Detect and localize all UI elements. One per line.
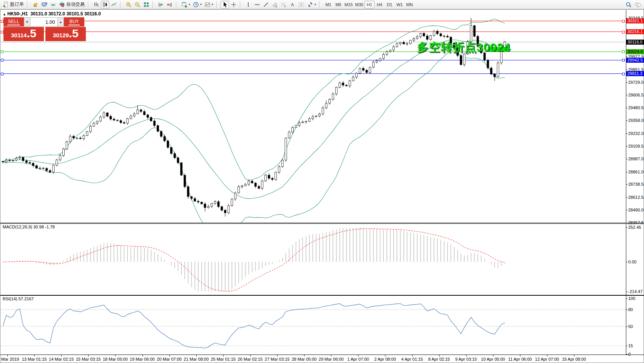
candle-body (315, 116, 317, 117)
candle-body (15, 158, 17, 160)
macd-pane[interactable] (0, 224, 626, 295)
timeframe-m1[interactable]: M1 (323, 1, 333, 8)
candle-body (171, 147, 172, 153)
fibonacci-button[interactable]: F (279, 1, 288, 8)
collapse-arrow-icon[interactable]: ▲ (3, 12, 6, 16)
ohlc-values: 30131.0 30172.0 30101.5 30116.0 (30, 11, 101, 17)
zoom-out-icon (134, 2, 141, 8)
timeframe-w1[interactable]: W1 (395, 1, 405, 8)
vertical-line-button[interactable] (244, 1, 253, 8)
chart-header: ▲HK50-,H1 30131.0 30172.0 30101.5 30116.… (3, 11, 101, 17)
zoom-in-button[interactable] (124, 1, 133, 8)
equidistant-channel-button[interactable]: E (271, 1, 279, 8)
candle-body (339, 83, 341, 87)
candle-body (147, 115, 149, 118)
auto-scroll-button[interactable] (157, 1, 165, 8)
time-tick (115, 355, 115, 356)
bollinger-lower-band (3, 50, 505, 223)
signals-button[interactable] (49, 1, 57, 8)
candle-body (312, 117, 314, 118)
chat-button[interactable] (633, 1, 642, 8)
candle-body (63, 149, 65, 155)
candle-body (400, 42, 401, 44)
tile-windows-button[interactable] (142, 1, 151, 8)
bar-chart-button[interactable] (92, 1, 100, 8)
candle-body (106, 113, 108, 116)
line-chart-button[interactable] (110, 1, 118, 8)
timeframe-m5[interactable]: M5 (333, 1, 343, 8)
horizontal-line-button[interactable] (253, 1, 261, 8)
zoom-out-button[interactable] (133, 1, 142, 8)
candle-body (389, 50, 391, 52)
pane-separator[interactable] (0, 223, 644, 224)
search-button[interactable] (624, 1, 633, 8)
timeframe-h4[interactable]: H4 (375, 1, 385, 8)
new-order-button[interactable]: 新订单 (2, 1, 25, 8)
new-order-label: 新订单 (10, 1, 24, 8)
periods-button[interactable]: ▾ (192, 1, 203, 8)
annotation-text[interactable]: 多空转折点30024 (417, 40, 510, 55)
candle-body (29, 162, 31, 163)
text-button[interactable]: A (288, 1, 297, 8)
rsi-pane[interactable] (0, 296, 626, 355)
timeframe-mn[interactable]: MN (405, 1, 415, 8)
chart-window[interactable]: ▲HK50-,H1 30131.0 30172.0 30101.5 30116.… (0, 9, 644, 363)
candle-body (150, 117, 152, 121)
clock-icon (193, 2, 199, 8)
timeframe-d1[interactable]: D1 (385, 1, 395, 8)
support-line-1-price-label: 29942.5 (626, 58, 644, 63)
macd-tick-label: 0.00 (628, 260, 636, 264)
candle-body (487, 60, 489, 68)
tile-windows-icon (143, 2, 149, 8)
candle-body (497, 63, 499, 77)
candle-body (319, 114, 321, 116)
new-chart-button[interactable]: ▾ (180, 1, 191, 8)
candle-body (56, 160, 58, 165)
pane-separator[interactable] (0, 295, 644, 296)
main-chart-pane[interactable] (0, 10, 626, 223)
cursor-button[interactable] (221, 1, 229, 8)
volume-decrease-button[interactable]: ▼ (24, 17, 30, 27)
sell-button[interactable]: SELL (3, 17, 24, 27)
templates-button[interactable]: ▾ (203, 1, 214, 8)
time-tick (169, 355, 170, 356)
channel-icon: E (272, 2, 278, 8)
candle-body (359, 68, 361, 73)
text-label-button[interactable]: T (297, 1, 306, 8)
resistance-line-1-price-label: 30321.1 (626, 18, 644, 23)
time-tick (493, 355, 493, 356)
candle-body (120, 121, 122, 123)
macd-tick-label: -214.47 (628, 289, 642, 294)
candle-body (76, 138, 78, 138)
volume-input[interactable] (30, 17, 57, 27)
candle-body (325, 103, 327, 108)
market-watch-button[interactable] (40, 1, 49, 8)
timeframe-h1[interactable]: H1 (365, 1, 375, 8)
volume-increase-button[interactable]: ▲ (57, 17, 64, 27)
vertical-line-icon (246, 2, 251, 8)
candle-body (66, 142, 68, 149)
candle-body (59, 155, 61, 160)
time-label: 15 Apr 08:00 (557, 357, 591, 361)
timeframe-m30[interactable]: M30 (354, 1, 364, 8)
arrows-button[interactable]: ▾ (306, 1, 317, 8)
autotrade-button[interactable]: 自动交易 (58, 1, 86, 8)
toolbar-separator (216, 1, 219, 8)
candle-body (410, 40, 411, 44)
buy-price[interactable]: 30129.5 (45, 27, 86, 41)
price-tick-label: 28987.0 (628, 157, 644, 161)
candlestick-chart-button[interactable] (101, 1, 109, 8)
crosshair-button[interactable] (229, 1, 238, 8)
buy-button[interactable]: BUY (64, 17, 84, 27)
price-tick-label: 28612.5 (628, 195, 644, 200)
time-tick (88, 355, 89, 356)
history-center-button[interactable] (31, 1, 40, 8)
sell-price[interactable]: 30114.5 (3, 27, 44, 41)
chart-shift-button[interactable] (166, 1, 174, 8)
timeframe-m15[interactable]: M15 (343, 1, 354, 8)
candle-body (32, 163, 34, 165)
candle-body (420, 33, 422, 37)
trendline-button[interactable] (262, 1, 270, 8)
candle-body (231, 199, 233, 206)
rsi-tick-label: 80 (628, 307, 633, 312)
